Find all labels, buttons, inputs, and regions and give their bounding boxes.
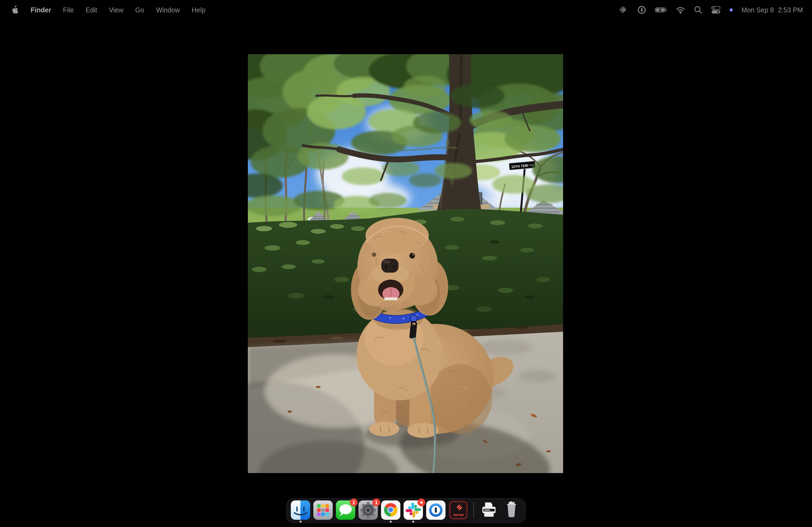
clock-date: Mon Sep 8 (741, 6, 774, 14)
striped-diamond-icon[interactable] (618, 4, 628, 15)
menu-go[interactable]: Go (135, 6, 144, 14)
menu-bar-menus: Finder File Edit View Go Window Help (11, 5, 205, 15)
menu-window[interactable]: Window (156, 6, 180, 14)
dock-finder-icon[interactable] (291, 500, 310, 520)
menubar-clock[interactable]: Mon Sep 8 2:53 PM (741, 6, 803, 14)
photo-viewer: 10TH TER 900–998 (248, 54, 563, 473)
control-center-icon[interactable] (711, 6, 721, 14)
wifi-icon[interactable] (675, 6, 685, 14)
menu-file[interactable]: File (63, 6, 74, 14)
menu-view[interactable]: View (109, 6, 124, 14)
dog-park-photo: 10TH TER 900–998 (248, 54, 563, 473)
battery-charging-icon[interactable] (655, 7, 667, 13)
dock-slack-icon[interactable]: • (404, 500, 423, 520)
collar-tag (410, 315, 417, 322)
dock-chrome-icon[interactable] (381, 500, 400, 520)
dog-teeth (384, 297, 398, 300)
menu-help[interactable]: Help (192, 6, 205, 14)
dock-launchpad-icon[interactable] (313, 500, 333, 520)
badge-count: 1 (373, 499, 380, 506)
dock: 1 (286, 498, 526, 523)
menu-edit[interactable]: Edit (86, 6, 97, 14)
badge-unread-dot: • (418, 499, 425, 506)
dock-printer-icon[interactable] (479, 500, 499, 520)
purple-status-dot (729, 8, 733, 12)
dock-trash-icon[interactable] (502, 500, 521, 520)
menu-bar-status: Mon Sep 8 2:53 PM (618, 4, 803, 15)
running-indicator (300, 521, 302, 523)
apple-logo-icon (11, 5, 19, 15)
raycast-label: raycast (453, 513, 464, 516)
onepassword-menubar-icon[interactable] (637, 5, 647, 15)
running-indicator (390, 521, 392, 523)
badge-count: 1 (350, 499, 358, 506)
menu-bar: Finder File Edit View Go Window Help (0, 0, 812, 20)
dog-eye-left (372, 253, 376, 257)
dock-messages-icon[interactable]: 1 (336, 500, 355, 520)
dog-paw-left (369, 421, 399, 436)
clock-time: 2:53 PM (778, 6, 803, 14)
dog-eye-right (409, 253, 415, 259)
apple-menu[interactable] (11, 5, 19, 15)
dock-divider (474, 502, 474, 518)
dock-1password-icon[interactable] (426, 500, 446, 520)
dock-system-settings-icon[interactable]: 1 (359, 500, 378, 520)
menu-finder[interactable]: Finder (31, 6, 51, 14)
spotlight-search-icon[interactable] (694, 5, 703, 15)
running-indicator (412, 521, 414, 523)
dock-raycast-icon[interactable]: raycast (449, 500, 468, 520)
dog-nose (381, 259, 398, 273)
